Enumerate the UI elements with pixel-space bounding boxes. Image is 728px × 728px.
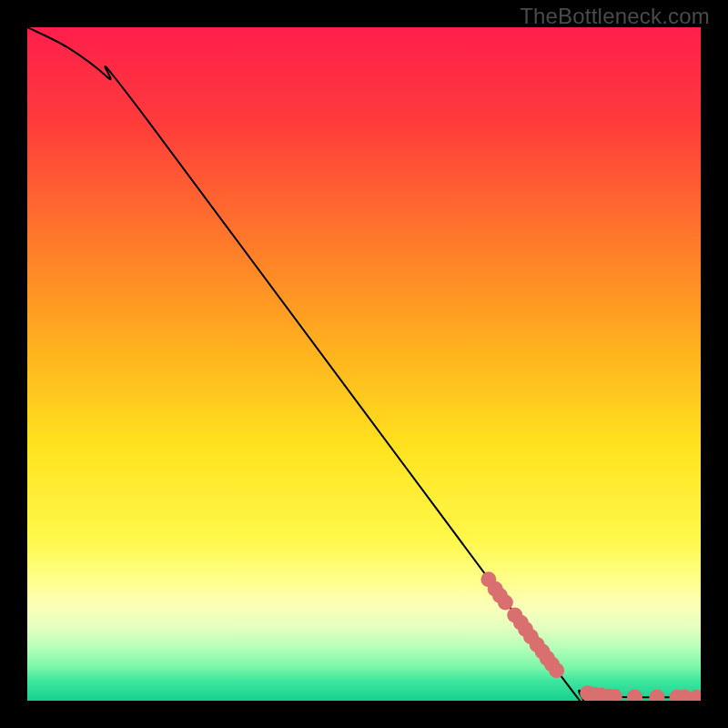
plot-svg [27, 27, 701, 701]
watermark-text: TheBottleneck.com [520, 4, 710, 29]
chart-frame: TheBottleneck.com [0, 0, 728, 728]
data-point [498, 594, 513, 610]
plot-area [27, 27, 701, 701]
heat-background [27, 27, 701, 701]
data-point [549, 662, 564, 678]
